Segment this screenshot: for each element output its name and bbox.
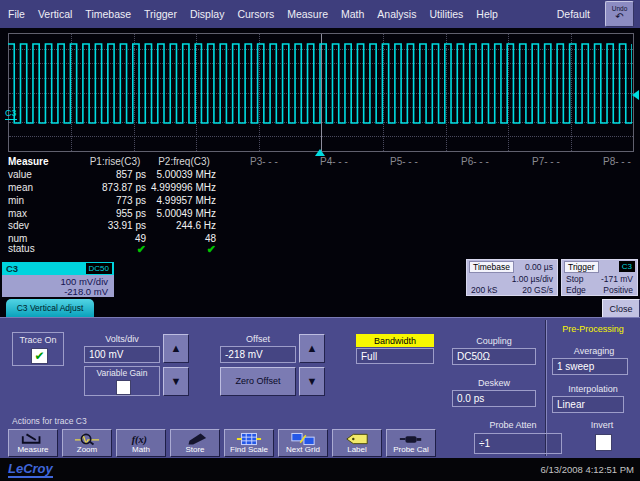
measure-button-label: Measure: [17, 446, 48, 455]
invert-label: Invert: [580, 420, 624, 430]
volts-div-down-button[interactable]: ▼: [163, 367, 189, 396]
zoom-button[interactable]: Zoom: [62, 429, 112, 457]
timebase-position: 0.00 µs: [525, 262, 553, 272]
lecroy-logo: LeCroy: [8, 461, 53, 478]
tab-c3-vertical-adjust[interactable]: C3 Vertical Adjust: [6, 299, 94, 317]
svg-text:f(x): f(x): [132, 434, 147, 446]
offset-label: Offset: [220, 334, 296, 344]
math-button[interactable]: f(x) Math: [116, 429, 166, 457]
menu-timebase[interactable]: Timebase: [83, 6, 133, 22]
bandwidth-field[interactable]: Full: [356, 348, 434, 364]
deskew-field[interactable]: 0.0 ps: [452, 390, 536, 407]
offset-up-button[interactable]: ▲: [299, 334, 325, 363]
down-arrow-icon: ▼: [171, 376, 182, 387]
p4-header[interactable]: P4- - -: [320, 156, 366, 167]
offset-down-button[interactable]: ▼: [299, 367, 325, 396]
check-icon: ✔: [34, 350, 44, 362]
menu-bar: File Vertical Timebase Trigger Display C…: [0, 0, 640, 28]
waveform-path: [8, 44, 632, 123]
timebase-samples: 200 kS: [471, 285, 497, 295]
store-button-label: Store: [185, 446, 204, 455]
p3-header[interactable]: P3- - -: [250, 156, 296, 167]
menu-utilities[interactable]: Utilities: [427, 6, 465, 22]
p2-max: 5.00049 MHz: [146, 208, 216, 219]
zero-offset-button[interactable]: Zero Offset: [220, 367, 296, 396]
channel-trace-label: C3: [5, 108, 17, 120]
menu-analysis[interactable]: Analysis: [375, 6, 418, 22]
bandwidth-label: Bandwidth: [356, 334, 434, 347]
channel-c3-descriptor[interactable]: C3 DC50 100 mV/div -218.0 mV: [2, 262, 114, 297]
measure-table-title: Measure: [8, 156, 78, 167]
interpolation-field[interactable]: Linear: [552, 396, 624, 413]
probe-atten-field[interactable]: ÷1: [474, 433, 562, 454]
timebase-descriptor[interactable]: Timebase 0.00 µs 1.00 µs/div 200 kS 20 G…: [466, 259, 558, 296]
label-button[interactable]: Label: [332, 429, 382, 457]
p2-header[interactable]: P2:freq(C3): [152, 156, 216, 167]
volts-div-label: Volts/div: [84, 334, 160, 344]
menu-trigger[interactable]: Trigger: [142, 6, 179, 22]
close-button[interactable]: Close: [602, 299, 640, 318]
menu-display[interactable]: Display: [188, 6, 226, 22]
p2-mean: 4.999996 MHz: [146, 182, 216, 193]
trigger-type: Edge: [566, 285, 586, 295]
up-arrow-icon: ▲: [307, 343, 318, 354]
probe-cal-button[interactable]: Probe Cal: [386, 429, 436, 457]
coupling-field[interactable]: DC50Ω: [452, 348, 536, 365]
averaging-label: Averaging: [552, 346, 636, 356]
datetime-display: 6/13/2008 4:12:51 PM: [541, 464, 635, 475]
p7-header[interactable]: P7- - -: [532, 156, 578, 167]
probe-atten-label: Probe Atten: [478, 420, 548, 430]
menu-file[interactable]: File: [6, 6, 27, 22]
channel-c3-name: C3: [6, 263, 18, 274]
p2-sdev: 244.6 Hz: [146, 220, 216, 231]
undo-button[interactable]: Undo ↶: [605, 1, 634, 27]
p8-header[interactable]: P8- - -: [603, 156, 640, 167]
menu-measure[interactable]: Measure: [285, 6, 330, 22]
p6-header[interactable]: P6- - -: [461, 156, 507, 167]
volts-div-field[interactable]: 100 mV: [84, 346, 160, 363]
offset-field[interactable]: -218 mV: [220, 346, 296, 363]
timebase-rate: 20 GS/s: [522, 285, 553, 295]
menu-vertical[interactable]: Vertical: [36, 6, 74, 22]
p2-min: 4.99957 MHz: [146, 195, 216, 206]
menu-math[interactable]: Math: [339, 6, 366, 22]
p1-mean: 873.87 ps: [76, 182, 146, 193]
zoom-icon: [74, 432, 100, 446]
down-arrow-icon: ▼: [307, 376, 318, 387]
default-setup-label[interactable]: Default: [557, 8, 590, 20]
variable-gain-checkbox[interactable]: [116, 380, 131, 395]
trigger-source-badge: C3: [619, 261, 635, 272]
trace-on-checkbox[interactable]: ✔: [31, 348, 48, 364]
next-grid-button[interactable]: Next Grid: [278, 429, 328, 457]
preprocessing-label: Pre-Processing: [548, 324, 638, 334]
averaging-field[interactable]: 1 sweep: [552, 358, 628, 375]
probe-cal-button-label: Probe Cal: [393, 446, 429, 455]
find-scale-icon: [236, 432, 262, 446]
row-label-status: status: [8, 243, 78, 254]
oscilloscope-screen: File Vertical Timebase Trigger Display C…: [0, 0, 640, 481]
store-icon: [182, 432, 208, 446]
row-label-mean: mean: [8, 182, 78, 193]
trigger-descriptor[interactable]: Trigger C3 Stop -171 mV Edge Positive: [561, 259, 638, 296]
trigger-time-marker[interactable]: [315, 149, 325, 156]
p1-value: 857 ps: [76, 169, 146, 180]
label-tag-icon: [344, 432, 370, 446]
measure-button[interactable]: Measure: [8, 429, 58, 457]
menu-cursors[interactable]: Cursors: [235, 6, 276, 22]
trigger-level-marker[interactable]: [632, 90, 639, 100]
deskew-label: Deskew: [452, 378, 536, 388]
row-label-max: max: [8, 208, 78, 219]
up-arrow-icon: ▲: [171, 343, 182, 354]
menu-help[interactable]: Help: [474, 6, 500, 22]
channel-c3-offset: -218.0 mV: [64, 286, 108, 297]
volts-div-up-button[interactable]: ▲: [163, 334, 189, 363]
next-grid-button-label: Next Grid: [286, 446, 320, 455]
find-scale-button[interactable]: Find Scale: [224, 429, 274, 457]
channel-c3-coupling-badge: DC50: [86, 263, 112, 274]
p5-header[interactable]: P5- - -: [390, 156, 436, 167]
invert-checkbox[interactable]: [595, 434, 612, 451]
undo-icon: ↶: [615, 12, 623, 22]
p1-header[interactable]: P1:rise(C3): [82, 156, 148, 167]
trigger-slope: Positive: [603, 285, 633, 295]
store-button[interactable]: Store: [170, 429, 220, 457]
